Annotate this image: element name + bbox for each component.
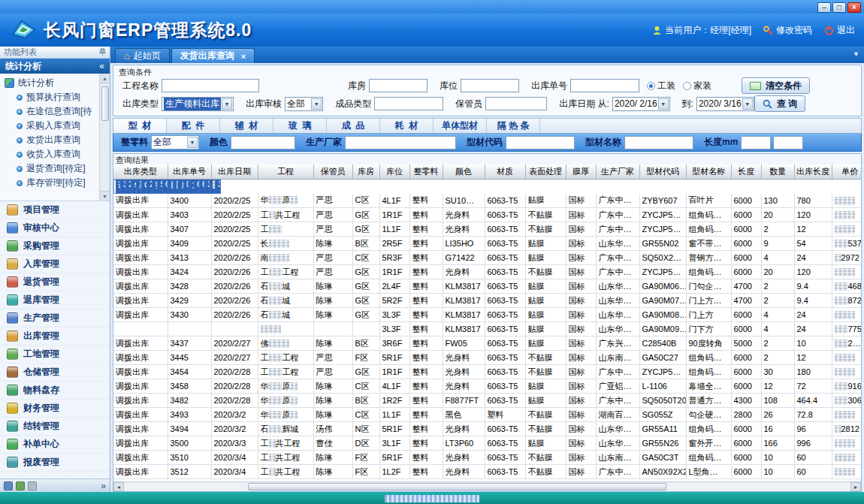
column-header[interactable]: 长度 <box>731 164 761 179</box>
chevron-down-icon[interactable]: ▼ <box>658 98 669 110</box>
table-row[interactable]: 调拨出库34452020/2/27工工程严思F区5R1F整料光身料6063-T5… <box>113 351 861 365</box>
pin-icon[interactable] <box>99 48 106 57</box>
radio-workwear[interactable] <box>647 82 655 90</box>
table-row[interactable]: 调拨出库34822020/2/28华原陈琳B区1R2F整料F8877FT6063… <box>113 394 861 408</box>
profile-name-input[interactable] <box>624 136 693 149</box>
collapse-icon[interactable]: « <box>99 61 104 71</box>
table-row[interactable]: 3L3F整料KLM38176063-T5贴膜国标山东华…GA90M09…门下方6… <box>113 322 861 337</box>
material-type-tab[interactable]: 玻 璃 <box>273 119 327 133</box>
outbound-type-select[interactable]: 生产领料出库 ▼ <box>162 97 234 111</box>
tree-scrollbar[interactable]: ▲ ▼ <box>99 74 110 201</box>
sidebar-item-审核中心[interactable]: 审核中心 <box>0 219 110 237</box>
profile-code-input[interactable] <box>506 136 575 149</box>
horizontal-scrollbar[interactable]: ◄ ► <box>113 481 861 491</box>
material-type-tab[interactable]: 型 材 <box>113 119 167 133</box>
column-header[interactable]: 工程 <box>258 164 313 179</box>
length-min-input[interactable] <box>741 136 771 149</box>
form-icon[interactable] <box>16 481 25 490</box>
table-row[interactable]: 调拨出库34072020/2/25工严思G区1L1F整料光身料6063-T5不贴… <box>113 222 861 237</box>
audit-select[interactable]: 全部 ▼ <box>285 97 323 111</box>
radio-home[interactable] <box>683 82 691 90</box>
column-header[interactable]: 库房 <box>352 164 379 179</box>
table-row[interactable]: 调拨出库34542020/2/28工工程严思G区1R1F整料光身料6063-T5… <box>113 365 861 379</box>
scroll-right-icon[interactable]: ► <box>850 482 861 491</box>
list-icon[interactable] <box>28 481 37 490</box>
date-to-select[interactable]: 2020/ 3/16 ▼ <box>696 97 754 111</box>
sidebar-item-结转管理[interactable]: 结转管理 <box>0 418 110 436</box>
tree-item[interactable]: 在途信息查询[待 <box>5 104 98 119</box>
sidebar-item-补单中心[interactable]: 补单中心 <box>0 436 110 454</box>
table-row[interactable]: 调拨出库34092020/2/25长陈琳B区2R5F整料LI35HO6063-T… <box>113 237 861 251</box>
product-type-input[interactable] <box>374 97 443 110</box>
keeper-input[interactable] <box>485 97 547 110</box>
tab-起始页[interactable]: ⌂起始页 <box>115 48 170 63</box>
table-row[interactable]: 调拨出库33992020/2/25华原严思C区2L1F整料SV10…6063-T… <box>113 180 168 194</box>
sidebar-section-statistics[interactable]: 统计分析 « <box>0 59 110 74</box>
material-type-tab[interactable]: 成 品 <box>327 119 380 133</box>
project-name-input[interactable] <box>162 79 259 92</box>
tree-item[interactable]: 发货出库查询 <box>5 133 98 147</box>
column-header[interactable]: 单价 <box>832 164 861 179</box>
material-type-tab[interactable]: 配 件 <box>167 119 220 133</box>
length-max-input[interactable] <box>773 136 803 149</box>
minimize-button[interactable]: – <box>817 2 831 13</box>
maximize-button[interactable]: □ <box>832 2 846 13</box>
sidebar-item-入库管理[interactable]: 入库管理 <box>0 255 110 273</box>
date-from-select[interactable]: 2020/ 2/16 ▼ <box>612 97 670 111</box>
sidebar-item-退货管理[interactable]: 退货管理 <box>0 273 110 291</box>
sidebar-item-采购管理[interactable]: 采购管理 <box>0 237 110 255</box>
warehouse-input[interactable] <box>369 79 427 92</box>
order-no-input[interactable] <box>570 79 639 92</box>
table-row[interactable]: 调拨出库34372020/2/27佛陈琳B区3R6F整料FW056063-T5贴… <box>113 337 861 351</box>
tree-item[interactable]: 收货入库查询 <box>5 147 98 161</box>
scroll-down-icon[interactable]: ▼ <box>100 191 110 201</box>
scrollbar-thumb[interactable] <box>248 483 666 490</box>
sidebar-item-退库管理[interactable]: 退库管理 <box>0 291 110 309</box>
table-row[interactable]: 调拨出库34302020/2/26石城陈琳G区3L3F整料KLM38176063… <box>113 308 861 322</box>
table-row[interactable]: 调拨出库34242020/2/26工工程严思G区1R1F整料光身料6063-T5… <box>113 265 861 279</box>
logout-button[interactable]: 退出 <box>824 24 855 37</box>
column-header[interactable]: 表面处理 <box>525 164 566 179</box>
table-row[interactable]: 调拨出库34932020/3/2华原陈琳C区1L1F整料黑色塑料不贴膜国标湖南百… <box>113 408 861 422</box>
chevron-down-icon[interactable]: ▼ <box>187 137 198 148</box>
tree-item[interactable]: 库存管理[待定] <box>5 176 98 190</box>
search-button[interactable]: 查 询 <box>754 95 805 112</box>
tree-root-statistics[interactable]: 统计分析 <box>5 76 98 90</box>
table-row[interactable]: 调拨出库34282020/2/26石城陈琳G区2L4F整料KLM38176063… <box>113 279 861 294</box>
table-row[interactable]: 调拨出库34002020/2/25华原严思C区4L1F整料SU10…6063-T… <box>113 194 861 208</box>
sidebar-item-报废管理[interactable]: 报废管理 <box>0 454 110 472</box>
column-header[interactable]: 材质 <box>485 164 525 179</box>
material-type-tab[interactable]: 单体型材 <box>434 119 487 133</box>
column-header[interactable]: 出库日期 <box>211 164 258 179</box>
location-input[interactable] <box>461 79 519 92</box>
chevron-down-icon[interactable]: ▼ <box>222 98 232 110</box>
sidebar-item-仓储管理[interactable]: 仓储管理 <box>0 364 110 382</box>
tab-发货出库查询[interactable]: 发货出库查询× <box>171 48 255 63</box>
chevron-down-icon[interactable]: ▼ <box>311 98 322 110</box>
manufacturer-input[interactable] <box>345 136 456 149</box>
column-header[interactable]: 库位 <box>379 164 409 179</box>
column-header[interactable]: 膜厚 <box>566 164 596 179</box>
close-button[interactable]: × <box>847 2 861 13</box>
column-header[interactable]: 出库类型 <box>113 164 168 179</box>
column-header[interactable]: 数量 <box>761 164 794 179</box>
chevron-down-icon[interactable]: ▼ <box>853 50 859 58</box>
column-header[interactable]: 生产厂家 <box>596 164 639 179</box>
tree-item[interactable]: 预算执行查询 <box>5 90 98 104</box>
whole-piece-select[interactable]: 全部 ▼ <box>151 135 199 149</box>
scroll-left-icon[interactable]: ◄ <box>113 482 124 491</box>
table-row[interactable]: 调拨出库35122020/3/4工共工程陈琳F区1L2F整料光身料6063-T5… <box>113 465 861 479</box>
column-header[interactable]: 型材代码 <box>639 164 686 179</box>
tree-item[interactable]: 退货查询[待定] <box>5 161 98 176</box>
material-type-tab[interactable]: 耗 材 <box>380 119 434 133</box>
table-row[interactable]: 调拨出库34582020/2/28华原陈琳C区4L1F整料光身料6063-T5贴… <box>113 379 861 394</box>
clear-conditions-button[interactable]: 清空条件 <box>742 77 810 94</box>
tree-item[interactable]: 采购入库查询 <box>5 119 98 133</box>
sidebar-item-物料盘存[interactable]: 物料盘存 <box>0 382 110 400</box>
sidebar-item-项目管理[interactable]: 项目管理 <box>0 201 110 219</box>
table-row[interactable]: 调拨出库34132020/2/26南严思C区5R3F整料G714226063-T… <box>113 251 861 265</box>
table-row[interactable]: 调拨出库35002020/3/3工共工程曹佳D区3L1F整料LT3P606063… <box>113 436 861 451</box>
column-header[interactable]: 保管员 <box>313 164 352 179</box>
column-header[interactable]: 出库单号 <box>168 164 211 179</box>
sidebar-item-财务管理[interactable]: 财务管理 <box>0 400 110 418</box>
